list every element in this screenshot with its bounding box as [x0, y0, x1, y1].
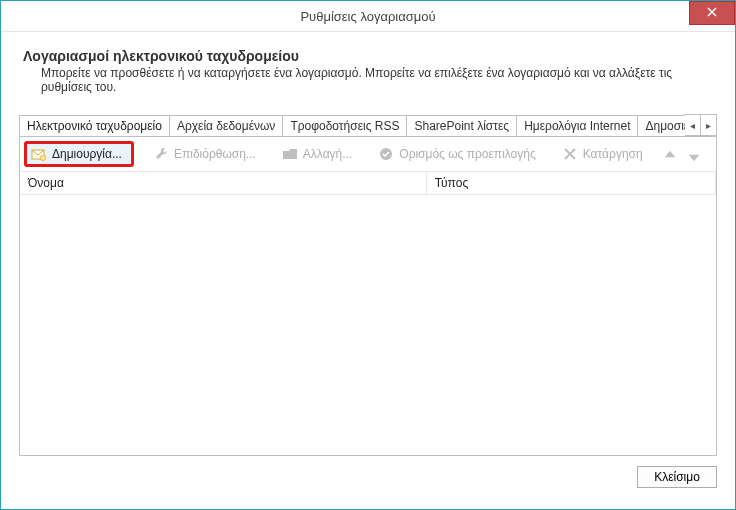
tab-scroll: ◂ ▸: [685, 114, 717, 136]
check-circle-icon: [378, 146, 394, 162]
move-down-icon[interactable]: [686, 148, 698, 160]
list-header: Όνομα Τύπος: [20, 172, 716, 195]
new-button[interactable]: Δημιουργία...: [24, 141, 134, 167]
tab-published-calendars[interactable]: Δημοσιευμένα ημερολόγ: [637, 115, 685, 136]
footer: Κλείσιμο: [19, 456, 717, 488]
repair-button[interactable]: Επιδιόρθωση...: [146, 142, 263, 166]
tab-datafiles[interactable]: Αρχεία δεδομένων: [169, 115, 283, 136]
window-close-button[interactable]: [689, 1, 735, 25]
close-button[interactable]: Κλείσιμο: [637, 466, 717, 488]
column-type[interactable]: Τύπος: [427, 172, 716, 194]
tabs: Ηλεκτρονικό ταχυδρομείο Αρχεία δεδομένων…: [19, 114, 685, 136]
set-default-button-label: Ορισμός ως προεπιλογής: [399, 147, 535, 161]
column-name[interactable]: Όνομα: [20, 172, 427, 194]
account-list[interactable]: [20, 195, 716, 455]
section-description: Μπορείτε να προσθέσετε ή να καταργήσετε …: [41, 66, 717, 94]
tab-internet-calendars[interactable]: Ημερολόγια Internet: [516, 115, 638, 136]
tab-sharepoint[interactable]: SharePoint λίστες: [406, 115, 517, 136]
window-body: Λογαριασμοί ηλεκτρονικού ταχυδρομείου Μπ…: [1, 32, 735, 509]
remove-icon: [562, 146, 578, 162]
mail-new-icon: [31, 146, 47, 162]
tab-panel: Δημιουργία... Επιδιόρθωση... Αλλαγή...: [19, 136, 717, 456]
titlebar: Ρυθμίσεις λογαριασμού: [1, 1, 735, 32]
section-heading: Λογαριασμοί ηλεκτρονικού ταχυδρομείου: [23, 48, 717, 64]
tabstrip: Ηλεκτρονικό ταχυδρομείο Αρχεία δεδομένων…: [19, 114, 717, 136]
folder-edit-icon: [282, 146, 298, 162]
set-default-button[interactable]: Ορισμός ως προεπιλογής: [371, 142, 542, 166]
close-icon: [707, 6, 717, 20]
tab-email[interactable]: Ηλεκτρονικό ταχυδρομείο: [19, 115, 170, 136]
tab-scroll-left[interactable]: ◂: [684, 114, 701, 136]
change-button-label: Αλλαγή...: [303, 147, 352, 161]
account-settings-window: Ρυθμίσεις λογαριασμού Λογαριασμοί ηλεκτρ…: [0, 0, 736, 510]
tab-rss[interactable]: Τροφοδοτήσεις RSS: [282, 115, 407, 136]
tab-scroll-right[interactable]: ▸: [700, 114, 717, 136]
wrench-icon: [153, 146, 169, 162]
toolbar: Δημιουργία... Επιδιόρθωση... Αλλαγή...: [20, 137, 716, 172]
new-button-label: Δημιουργία...: [52, 147, 122, 161]
window-title: Ρυθμίσεις λογαριασμού: [1, 9, 735, 24]
repair-button-label: Επιδιόρθωση...: [174, 147, 256, 161]
change-button[interactable]: Αλλαγή...: [275, 142, 359, 166]
move-up-icon[interactable]: [662, 148, 674, 160]
remove-button[interactable]: Κατάργηση: [555, 142, 650, 166]
remove-button-label: Κατάργηση: [583, 147, 643, 161]
